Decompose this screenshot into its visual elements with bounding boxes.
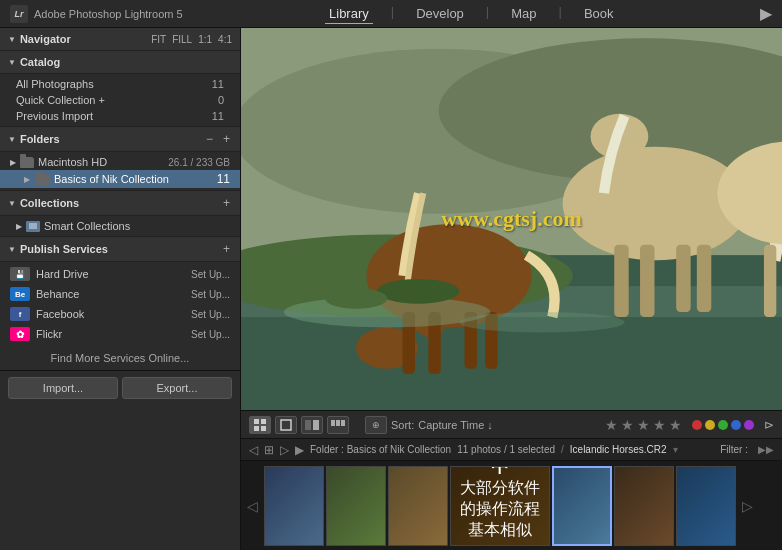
find-more-services[interactable]: Find More Services Online...: [0, 346, 240, 370]
catalog-previous-import[interactable]: Previous Import 11: [0, 108, 240, 124]
folders-minus[interactable]: −: [204, 132, 215, 146]
flag-button[interactable]: ⊳: [764, 418, 774, 432]
left-panel: ▼ Navigator FIT FILL 1:1 4:1 ▼ Catalog A…: [0, 28, 241, 550]
sort-value[interactable]: Capture Time ↓: [418, 419, 493, 431]
collections-items: ▶ Smart Collections: [0, 216, 240, 236]
color-red[interactable]: [692, 420, 702, 430]
forward-arrow[interactable]: ▶: [295, 443, 304, 457]
nav-map[interactable]: Map: [507, 4, 540, 24]
collections-title: Collections: [20, 197, 79, 209]
harddrive-label: Hard Drive: [36, 268, 89, 280]
publish-facebook[interactable]: f Facebook Set Up...: [0, 304, 240, 324]
collections-plus[interactable]: +: [221, 196, 232, 210]
color-green[interactable]: [718, 420, 728, 430]
svg-rect-36: [305, 420, 311, 430]
svg-point-28: [459, 312, 624, 333]
export-button[interactable]: Export...: [122, 377, 232, 399]
grid-icon[interactable]: ⊞: [264, 443, 274, 457]
svg-rect-31: [254, 419, 259, 424]
color-blue[interactable]: [731, 420, 741, 430]
publish-harddrive[interactable]: 💾 Hard Drive Set Up...: [0, 264, 240, 284]
color-purple[interactable]: [744, 420, 754, 430]
zoom1-label[interactable]: 1:1: [198, 34, 212, 45]
macintosh-folder-icon: [20, 157, 34, 168]
filmstrip-thumb-1[interactable]: [264, 466, 324, 546]
svg-rect-40: [341, 420, 345, 426]
macintosh-disk-info: 26.1 / 233 GB: [168, 157, 230, 168]
nav-book[interactable]: Book: [580, 4, 618, 24]
smart-collections[interactable]: ▶ Smart Collections: [0, 218, 240, 234]
filmstrip-thumb-2[interactable]: [326, 466, 386, 546]
filmstrip-prev[interactable]: ◁: [243, 498, 262, 514]
publish-services-header[interactable]: ▼ Publish Services +: [0, 237, 240, 262]
catalog-all-photos[interactable]: All Photographs 11: [0, 76, 240, 92]
svg-rect-39: [336, 420, 340, 426]
facebook-setup[interactable]: Set Up...: [191, 309, 230, 320]
nav-develop[interactable]: Develop: [412, 4, 468, 24]
filmstrip-next[interactable]: ▷: [738, 498, 757, 514]
filename-dropdown[interactable]: ▾: [673, 444, 678, 455]
prev-arrow[interactable]: ◁: [249, 443, 258, 457]
zoom2-label[interactable]: 4:1: [218, 34, 232, 45]
filmstrip-thumb-7[interactable]: [676, 466, 736, 546]
main-content: ▼ Navigator FIT FILL 1:1 4:1 ▼ Catalog A…: [0, 28, 782, 550]
folders-header[interactable]: ▼ Folders − +: [0, 127, 240, 152]
nik-folder-icon: [36, 174, 50, 185]
publish-plus[interactable]: +: [221, 242, 232, 256]
filmstrip-thumb-4[interactable]: Nik Collection中 大部分软件的操作流程基本相似: [450, 466, 550, 546]
folders-plus[interactable]: +: [221, 132, 232, 146]
harddrive-setup[interactable]: Set Up...: [191, 269, 230, 280]
catalog-header[interactable]: ▼ Catalog: [0, 51, 240, 74]
nik-count: 11: [217, 172, 230, 186]
next-arrow[interactable]: ▷: [280, 443, 289, 457]
survey-view-button[interactable]: [327, 416, 349, 434]
folder-macintosh-hd[interactable]: ▶ Macintosh HD 26.1 / 233 GB: [0, 154, 240, 170]
behance-icon: Be: [10, 287, 30, 301]
folder-nik-collection[interactable]: ▶ Basics of Nik Collection 11: [0, 170, 240, 188]
filename: Icelandic Horses.CR2: [570, 444, 667, 455]
sort-label: Sort:: [391, 419, 414, 431]
app-title: Adobe Photoshop Lightroom 5: [34, 8, 183, 20]
fill-label[interactable]: FILL: [172, 34, 192, 45]
publish-flickr[interactable]: ✿ Flickr Set Up...: [0, 324, 240, 344]
collections-header[interactable]: ▼ Collections +: [0, 191, 240, 216]
sort-control: Sort: Capture Time ↓: [391, 419, 493, 431]
compare-view-button[interactable]: [301, 416, 323, 434]
navigator-title: Navigator: [20, 33, 71, 45]
spray-button[interactable]: ⊕: [365, 416, 387, 434]
star-3[interactable]: ★: [637, 417, 650, 433]
publish-behance[interactable]: Be Behance Set Up...: [0, 284, 240, 304]
filmstrip-thumb-5[interactable]: [552, 466, 612, 546]
caption-line2: 大部分软件的操作流程基本相似: [459, 478, 541, 541]
svg-rect-34: [261, 426, 266, 431]
filter-options[interactable]: ▶▶: [758, 444, 774, 455]
nav-arrow[interactable]: ▶: [760, 4, 772, 23]
catalog-triangle: ▼: [8, 58, 16, 67]
folders-items: ▶ Macintosh HD 26.1 / 233 GB ▶ Basics of…: [0, 152, 240, 190]
filmstrip-thumb-3[interactable]: [388, 466, 448, 546]
import-button[interactable]: Import...: [8, 377, 118, 399]
flickr-setup[interactable]: Set Up...: [191, 329, 230, 340]
nav-library[interactable]: Library: [325, 4, 373, 24]
filter-label: Filter :: [720, 444, 748, 455]
filmstrip-thumb-6[interactable]: [614, 466, 674, 546]
svg-rect-33: [254, 426, 259, 431]
fit-label[interactable]: FIT: [151, 34, 166, 45]
toolbar-bottom: ⊕ Sort: Capture Time ↓ ★ ★ ★ ★ ★ ⊳: [241, 410, 782, 438]
color-yellow[interactable]: [705, 420, 715, 430]
star-2[interactable]: ★: [621, 417, 634, 433]
flickr-icon: ✿: [10, 327, 30, 341]
star-5[interactable]: ★: [669, 417, 682, 433]
star-1[interactable]: ★: [605, 417, 618, 433]
grid-view-button[interactable]: [249, 416, 271, 434]
navigator-header[interactable]: ▼ Navigator FIT FILL 1:1 4:1: [0, 28, 240, 51]
smart-expand: ▶: [16, 222, 22, 231]
svg-rect-22: [676, 245, 690, 312]
star-4[interactable]: ★: [653, 417, 666, 433]
filmstrip: ◁ Nik Collection中 大部分软件的操作流程基本相似 ▷: [241, 460, 782, 550]
smart-collection-label: Smart Collections: [44, 220, 130, 232]
svg-point-27: [284, 296, 490, 327]
behance-setup[interactable]: Set Up...: [191, 289, 230, 300]
catalog-quick-collection[interactable]: Quick Collection + 0: [0, 92, 240, 108]
loupe-view-button[interactable]: [275, 416, 297, 434]
